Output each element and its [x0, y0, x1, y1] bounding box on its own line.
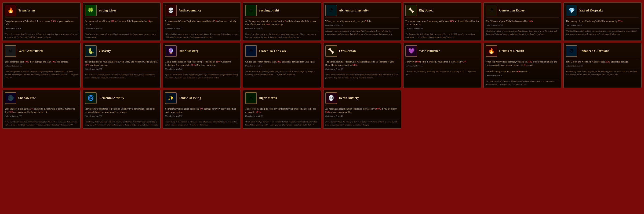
card-lore-viscosity: Just like good vintages, venoms mature. … [85, 72, 158, 79]
card-header-viscosity: 🐍 Viscosity [85, 45, 158, 58]
card-icon-concoction-expert: ⚗ [486, 5, 497, 16]
card-lore-strong-liver: Hundreds of livers were destroyed in the… [85, 32, 158, 39]
card-header-anthropomancy: 💀 Anthropomancy [165, 5, 238, 18]
card-title-strong-liver: Strong Liver [98, 9, 116, 13]
card-title-concoction-expert: Concoction Expert [499, 9, 526, 13]
card-level-strong-liver: Unlocked at level 10 [85, 27, 158, 30]
card-icon-fabric-of-being: ✨ [165, 92, 176, 104]
card-level-elemental-affinity: Unlocked at level 68 [85, 115, 158, 117]
card-icon-death-anxiety: 💀 [326, 92, 337, 104]
card-level-enhanced-guardians: Unlocked at level 64 [566, 65, 639, 67]
card-header-enhanced-guardians: ⚙ Enhanced Guardians [566, 45, 639, 58]
card-lore-fabric-of-being: "Everything in the cosmos is interconnec… [165, 119, 238, 126]
card-desc-fabric-of-being: Your Primary skills get an additional 4%… [165, 107, 238, 114]
card-transfusion[interactable]: 🔥 Transfusion Everytime you use a Defens… [2, 2, 81, 41]
card-level-fabric-of-being: Unlocked at level 72 [165, 115, 238, 117]
card-level-alchemical-ingenuity: Unlocked at level 20 [326, 24, 399, 27]
card-strong-liver[interactable]: 🍀 Strong Liver Increase maximum Bile by … [82, 2, 161, 41]
card-level-anthropomancy: Unlocked at level 13 [165, 27, 238, 30]
card-title-alchemical-ingenuity: Alchemical Ingenuity [339, 9, 369, 13]
card-title-exoskeleton: Exoskeleton [339, 49, 356, 53]
card-lore-wise-prudence: "Wisdom lies in creating something out o… [406, 69, 479, 76]
card-lore-well-constructed: "Feel their presence, let their life for… [5, 69, 78, 79]
card-header-frozen-to-the-core: ❄ Frozen To The Core [245, 45, 319, 58]
card-header-shadow-bite: 🌑 Shadow Bite [5, 92, 78, 105]
card-death-anxiety[interactable]: 💀 Death Anxiety All healing and regenera… [323, 90, 402, 129]
card-header-wise-prudence: 💜 Wise Prudence [406, 45, 479, 58]
card-desc-elemental-affinity: Increases your resistance to Poison or C… [85, 107, 158, 114]
card-title-anthropomancy: Anthropomancy [178, 9, 202, 13]
card-lore-big-boned: The bones of the fallen have their own s… [406, 32, 479, 39]
card-title-elemental-affinity: Elemental Affinity [98, 96, 124, 100]
card-icon-wise-prudence: 💜 [406, 45, 417, 57]
card-lore-rigor-mortis: "Even upon death, a portion of life rema… [245, 119, 319, 126]
card-rigor-mortis[interactable]: ☠ Rigor Mortis The cooldowns and Bile co… [243, 90, 321, 129]
card-frozen-to-the-core[interactable]: ❄ Frozen To The Core Chilled and Frozen … [243, 43, 321, 88]
card-sacred-keepsake[interactable]: 💎 Sacred Keepsake The potency of your Ph… [563, 2, 642, 41]
card-title-viscosity: Viscosity [98, 49, 111, 53]
card-desc-shadow-bite: Your Shadow skills have a 5% chance to i… [5, 107, 78, 114]
card-desc-seeping-blight: All damage over time effects now last fo… [245, 20, 319, 26]
card-title-enhanced-guardians: Enhanced Guardians [579, 49, 609, 53]
card-shadow-bite[interactable]: 🌑 Shadow Bite Your Shadow skills have a … [2, 90, 81, 129]
card-icon-frozen-to-the-core: ❄ [245, 45, 257, 57]
card-level-seeping-blight: Unlocked at level 16 [245, 27, 319, 30]
card-enhanced-guardians[interactable]: ⚙ Enhanced Guardians Your Golem and Neph… [563, 43, 642, 88]
card-title-rune-mastery: Rune Mastery [178, 49, 198, 53]
card-exoskeleton[interactable]: 🦴 Exoskeleton The armor, stamina, wisdom… [323, 43, 402, 88]
card-desc-drums-of-rebirth: When you receive fatal damage, you heal … [486, 60, 559, 73]
card-well-constructed[interactable]: ☠ Well Constructed Your constructs deal … [2, 43, 81, 88]
card-drums-of-rebirth[interactable]: 🔥 Drums of Rebirth When you receive fata… [483, 43, 562, 88]
card-level-exoskeleton: Unlocked at level 50 [326, 68, 399, 70]
card-header-well-constructed: ☠ Well Constructed [5, 45, 78, 58]
card-desc-strong-liver: Increase maximum Bile by 120 and increas… [85, 20, 158, 26]
card-header-drums-of-rebirth: 🔥 Drums of Rebirth [486, 45, 559, 58]
card-title-rigor-mortis: Rigor Mortis [259, 96, 277, 100]
card-wise-prudence[interactable]: 💜 Wise Prudence For every 1000 points in… [403, 43, 482, 88]
card-elemental-affinity[interactable]: 🌀 Elemental Affinity Increases your resi… [82, 90, 161, 129]
card-lore-alchemical-ingenuity: Although probably untrue, it is often sa… [326, 28, 399, 35]
card-alchemical-ingenuity[interactable]: ⚗ Alchemical Ingenuity When you cast a S… [323, 2, 402, 41]
card-level-big-boned: Unlocked at level 24 [406, 27, 479, 30]
card-big-boned[interactable]: 🦴 Big Boned The structures of your Osteo… [403, 2, 482, 41]
card-header-seeping-blight: ☠ Seeping Blight [245, 5, 319, 18]
card-title-fabric-of-being: Fabric Of Being [178, 96, 201, 100]
card-level-shadow-bite: Unlocked at level 66 [5, 115, 78, 117]
card-lore-concoction-expert: "Death is a matter of time, since the ai… [486, 28, 559, 35]
card-fabric-of-being[interactable]: ✨ Fabric Of Being Your Primary skills ge… [162, 90, 241, 129]
card-level-transfusion: Unlocked at level 10 [5, 27, 78, 30]
card-icon-seeping-blight: ☠ [245, 5, 257, 16]
card-level-rigor-mortis: Unlocked at level 76 [245, 115, 319, 117]
card-desc-transfusion: Everytime you use a Defensive skill, you… [5, 20, 78, 26]
card-header-strong-liver: 🍀 Strong Liver [85, 5, 158, 18]
card-lore-enhanced-guardians: Maintaining control and being inside the… [566, 69, 639, 76]
card-level-wise-prudence: Unlocked at level 55 [406, 65, 479, 67]
card-header-elemental-affinity: 🌀 Elemental Affinity [85, 92, 158, 105]
card-rune-mastery[interactable]: 🔮 Rune Mastery Gain a bonus based on you… [162, 43, 241, 88]
card-header-fabric-of-being: ✨ Fabric Of Being [165, 92, 238, 105]
card-icon-sacred-keepsake: 💎 [566, 5, 577, 16]
card-desc-viscosity: The critical hits of your Blight Nova, V… [85, 60, 158, 67]
card-desc-big-boned: The structures of your Osteomancy skills… [406, 20, 479, 26]
card-title-shadow-bite: Shadow Bite [18, 96, 36, 100]
card-anthropomancy[interactable]: 💀 Anthropomancy Eviscerate and Corpse Ex… [162, 2, 241, 41]
card-header-alchemical-ingenuity: ⚗ Alchemical Ingenuity [326, 5, 399, 18]
card-desc-concoction-expert: The Bile cost of your Maladies is reduce… [486, 20, 559, 23]
card-level-concoction-expert: Unlocked at level 27 [486, 24, 559, 27]
card-desc-well-constructed: Your constructs deal 10% more damage and… [5, 60, 78, 64]
card-viscosity[interactable]: 🐍 Viscosity The critical hits of your Bl… [82, 43, 161, 88]
card-header-transfusion: 🔥 Transfusion [5, 5, 78, 18]
card-icon-rigor-mortis: ☠ [245, 92, 257, 104]
card-title-drums-of-rebirth: Drums of Rebirth [499, 49, 524, 53]
card-seeping-blight[interactable]: ☠ Seeping Blight All damage over time ef… [243, 2, 321, 41]
card-header-concoction-expert: ⚗ Concoction Expert [486, 5, 559, 18]
card-icon-strong-liver: 🍀 [85, 5, 96, 16]
cards-grid: 🔥 Transfusion Everytime you use a Defens… [2, 2, 642, 129]
card-icon-anthropomancy: 💀 [165, 5, 176, 16]
card-lore-sacred-keepsake: "The first kin of Lilith and Inarius wer… [566, 28, 639, 35]
card-lore-elemental-affinity: People say that if you play with fire, y… [85, 119, 158, 126]
card-header-death-anxiety: 💀 Death Anxiety [326, 92, 399, 105]
card-desc-exoskeleton: The armor, stamina, wisdom, life % and r… [326, 60, 399, 67]
card-concoction-expert[interactable]: ⚗ Concoction Expert The Bile cost of you… [483, 2, 562, 41]
card-title-well-constructed: Well Constructed [18, 49, 43, 53]
